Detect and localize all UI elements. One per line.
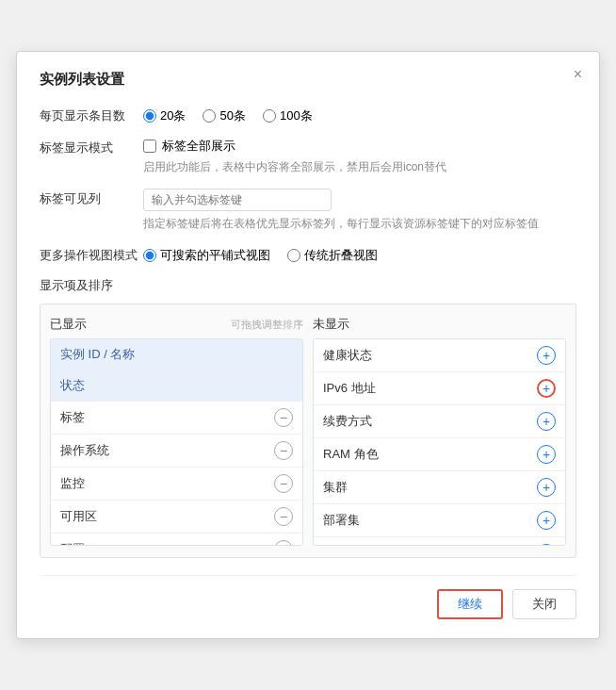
- dialog-title: 实例列表设置: [40, 71, 576, 89]
- tag-visible-label: 标签可见列: [40, 189, 143, 207]
- hidden-item-add-3[interactable]: +: [537, 445, 556, 464]
- tag-visible-input[interactable]: [143, 189, 332, 211]
- shown-item-label-3: 操作系统: [60, 442, 109, 459]
- hidden-item-label-2: 续费方式: [323, 413, 372, 430]
- shown-item-2: 标签 −: [51, 402, 302, 435]
- view-mode-content: 可搜索的平铺式视图 传统折叠视图: [143, 245, 576, 264]
- view-mode-tree-label: 传统折叠视图: [304, 247, 378, 264]
- shown-item-1: 状态: [51, 370, 302, 402]
- view-mode-row: 更多操作视图模式 可搜索的平铺式视图 传统折叠视图: [40, 245, 576, 264]
- shown-columns-hint: 可拖拽调整排序: [231, 318, 303, 332]
- tag-display-checkbox-row: 标签全部展示: [143, 138, 576, 155]
- shown-item-4: 监控 −: [51, 468, 302, 501]
- settings-dialog: 实例列表设置 × 每页显示条目数 20条 50条 100条 标签: [16, 51, 600, 639]
- shown-item-0: 实例 ID / 名称: [51, 339, 302, 370]
- hidden-item-label-6: 安全组: [323, 545, 360, 546]
- shown-item-remove-5[interactable]: −: [274, 507, 293, 526]
- shown-item-label-0: 实例 ID / 名称: [60, 346, 135, 363]
- hidden-columns-title: 未显示: [313, 316, 349, 333]
- hidden-item-label-5: 部署集: [323, 512, 360, 529]
- shown-item-label-6: 配置: [60, 541, 85, 546]
- footer: 继续 关闭: [40, 575, 576, 619]
- hidden-item-add-6[interactable]: +: [537, 544, 556, 546]
- tag-display-label: 标签显示模式: [40, 138, 143, 156]
- hidden-item-1: IPv6 地址 +: [314, 372, 565, 405]
- tag-visible-content: 指定标签键后将在表格优先显示标签列，每行显示该资源标签键下的对应标签值: [143, 189, 576, 232]
- shown-item-label-2: 标签: [60, 409, 85, 426]
- per-page-label-20: 20条: [160, 107, 186, 124]
- hidden-item-add-1[interactable]: +: [537, 379, 556, 398]
- view-mode-label: 更多操作视图模式: [40, 245, 143, 264]
- hidden-item-label-4: 集群: [323, 479, 348, 496]
- hidden-columns-panel: 未显示 健康状态 + IPv6 地址 + 续费方式 + RAM 角色 +: [313, 316, 566, 546]
- per-page-row: 每页显示条目数 20条 50条 100条: [40, 106, 576, 124]
- shown-columns-title: 已显示: [50, 316, 87, 333]
- shown-item-label-4: 监控: [60, 475, 85, 492]
- shown-item-label-5: 可用区: [60, 508, 97, 525]
- hidden-columns-list: 健康状态 + IPv6 地址 + 续费方式 + RAM 角色 + 集群 +: [313, 338, 566, 546]
- per-page-content: 20条 50条 100条: [143, 106, 576, 124]
- shown-item-6: 配置 −: [51, 534, 302, 546]
- hidden-item-label-0: 健康状态: [323, 347, 372, 364]
- per-page-label-100: 100条: [280, 107, 313, 124]
- tag-display-checkbox[interactable]: [143, 140, 156, 153]
- tag-display-hint: 启用此功能后，表格中内容将全部展示，禁用后会用icon替代: [143, 158, 576, 175]
- per-page-option-20[interactable]: 20条: [143, 107, 186, 124]
- shown-item-label-1: 状态: [60, 377, 85, 394]
- shown-item-remove-2[interactable]: −: [274, 408, 293, 427]
- hidden-item-label-3: RAM 角色: [323, 446, 379, 463]
- tag-visible-hint: 指定标签键后将在表格优先显示标签列，每行显示该资源标签键下的对应标签值: [143, 215, 576, 232]
- per-page-option-50[interactable]: 50条: [203, 107, 245, 124]
- hidden-item-0: 健康状态 +: [314, 339, 565, 372]
- shown-item-remove-3[interactable]: −: [274, 441, 293, 460]
- view-mode-flat-label: 可搜索的平铺式视图: [160, 247, 270, 264]
- shown-item-5: 可用区 −: [51, 501, 302, 534]
- hidden-item-2: 续费方式 +: [314, 405, 565, 438]
- tag-display-row: 标签显示模式 标签全部展示 启用此功能后，表格中内容将全部展示，禁用后会用ico…: [40, 138, 576, 175]
- continue-button[interactable]: 继续: [437, 589, 503, 619]
- shown-item-remove-4[interactable]: −: [274, 474, 293, 493]
- view-mode-tree[interactable]: 传统折叠视图: [287, 247, 378, 264]
- tag-display-checkbox-label: 标签全部展示: [162, 138, 235, 155]
- per-page-option-100[interactable]: 100条: [263, 107, 313, 124]
- hidden-item-3: RAM 角色 +: [314, 438, 565, 471]
- close-icon[interactable]: ×: [574, 67, 582, 82]
- hidden-item-add-5[interactable]: +: [537, 511, 556, 530]
- tag-display-content: 标签全部展示 启用此功能后，表格中内容将全部展示，禁用后会用icon替代: [143, 138, 576, 175]
- hidden-item-add-0[interactable]: +: [537, 346, 556, 365]
- shown-columns-header: 已显示 可拖拽调整排序: [50, 316, 303, 333]
- view-mode-flat[interactable]: 可搜索的平铺式视图: [143, 247, 270, 264]
- hidden-item-6: 安全组 +: [314, 537, 565, 546]
- columns-area: 已显示 可拖拽调整排序 实例 ID / 名称 状态 标签 − 操作系统 −: [40, 304, 576, 558]
- shown-item-3: 操作系统 −: [51, 435, 302, 468]
- per-page-radio-group: 20条 50条 100条: [143, 106, 576, 124]
- hidden-item-label-1: IPv6 地址: [323, 380, 376, 397]
- hidden-columns-header: 未显示: [313, 316, 566, 333]
- per-page-label: 每页显示条目数: [40, 106, 143, 124]
- close-button[interactable]: 关闭: [512, 589, 576, 619]
- shown-item-remove-6[interactable]: −: [274, 540, 293, 546]
- shown-columns-panel: 已显示 可拖拽调整排序 实例 ID / 名称 状态 标签 − 操作系统 −: [50, 316, 303, 546]
- hidden-item-5: 部署集 +: [314, 504, 565, 537]
- view-mode-radio-group: 可搜索的平铺式视图 传统折叠视图: [143, 245, 576, 264]
- per-page-label-50: 50条: [219, 107, 245, 124]
- hidden-item-add-2[interactable]: +: [537, 412, 556, 431]
- tag-visible-row: 标签可见列 指定标签键后将在表格优先显示标签列，每行显示该资源标签键下的对应标签…: [40, 189, 576, 232]
- hidden-item-add-4[interactable]: +: [537, 478, 556, 497]
- shown-columns-list: 实例 ID / 名称 状态 标签 − 操作系统 − 监控 −: [50, 338, 303, 546]
- display-sort-title: 显示项及排序: [40, 277, 576, 294]
- hidden-item-4: 集群 +: [314, 471, 565, 504]
